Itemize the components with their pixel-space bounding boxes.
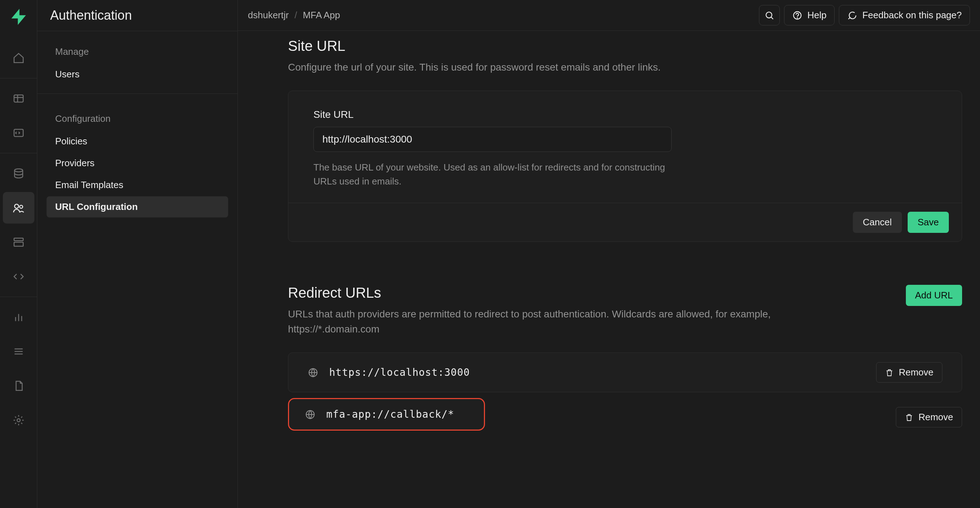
svg-point-4 [14,169,22,172]
sidebar-item-policies[interactable]: Policies [46,131,228,152]
breadcrumb: dshukertjr / MFA App [248,10,340,21]
remove-label: Remove [918,412,953,423]
globe-icon [305,409,315,420]
sidebar-section-manage: Manage [46,42,228,62]
help-label: Help [807,10,826,21]
svg-point-6 [19,205,22,209]
help-button[interactable]: Help [784,5,835,25]
edge-functions-icon[interactable] [3,261,34,292]
svg-point-17 [17,419,20,422]
topbar: dshukertjr / MFA App Help Feedback on th… [238,0,980,31]
svg-line-19 [771,17,773,19]
svg-point-18 [766,12,772,18]
page-title: Authentication [37,0,237,31]
remove-url-button[interactable]: Remove [896,407,962,427]
icon-rail [0,0,37,508]
remove-url-button[interactable]: Remove [876,362,942,382]
svg-rect-8 [14,242,23,246]
search-button[interactable] [759,5,780,25]
main-content: dshukertjr / MFA App Help Feedback on th… [238,0,980,508]
trash-icon [885,368,894,377]
svg-point-21 [797,18,797,18]
redirect-urls-title: Redirect URLs [288,285,906,301]
home-icon[interactable] [3,42,34,74]
redirect-urls-description: URLs that auth providers are permitted t… [288,307,861,337]
help-icon [792,10,802,21]
sidebar: Authentication Manage Users Configuratio… [37,0,238,508]
sidebar-section-configuration: Configuration [46,109,228,129]
svg-point-5 [14,204,18,208]
sidebar-item-url-configuration[interactable]: URL Configuration [46,196,228,217]
url-row-highlighted: mfa-app://callback/* [288,398,485,431]
table-editor-icon[interactable] [3,83,34,114]
site-url-help: The base URL of your website. Used as an… [313,161,671,188]
globe-icon [308,367,318,378]
trash-icon [905,413,913,422]
breadcrumb-org[interactable]: dshukertjr [248,10,289,21]
redirect-urls-section: Redirect URLs URLs that auth providers a… [288,285,962,436]
sidebar-item-email-templates[interactable]: Email Templates [46,174,228,196]
svg-rect-0 [14,95,23,102]
site-url-section: Site URL Configure the url of your site.… [288,38,962,242]
site-url-card: Site URL The base URL of your website. U… [288,91,962,242]
supabase-logo[interactable] [9,7,28,27]
site-url-description: Configure the url of your site. This is … [288,60,861,75]
search-icon [764,10,775,21]
sql-editor-icon[interactable] [3,117,34,149]
cancel-button[interactable]: Cancel [853,212,902,233]
site-url-field-label: Site URL [313,109,937,120]
breadcrumb-separator: / [294,10,297,21]
save-button[interactable]: Save [908,212,949,233]
remove-label: Remove [899,367,934,378]
add-url-button[interactable]: Add URL [906,285,963,306]
sidebar-item-providers[interactable]: Providers [46,153,228,174]
logs-icon[interactable] [3,336,34,367]
api-docs-icon[interactable] [3,370,34,401]
feedback-label: Feedback on this page? [862,10,962,21]
site-url-title: Site URL [288,38,962,54]
url-value: mfa-app://callback/* [326,408,454,420]
site-url-input[interactable] [313,127,671,152]
svg-rect-7 [14,238,23,241]
sidebar-item-users[interactable]: Users [46,64,228,85]
breadcrumb-project[interactable]: MFA App [303,10,340,21]
settings-icon[interactable] [3,404,34,436]
url-value: https://localhost:3000 [329,366,470,378]
reports-icon[interactable] [3,301,34,333]
feedback-button[interactable]: Feedback on this page? [839,5,970,25]
message-icon [847,10,857,21]
database-icon[interactable] [3,158,34,189]
url-row: https://localhost:3000 Remove [288,352,962,392]
auth-icon[interactable] [3,192,34,223]
storage-icon[interactable] [3,226,34,258]
